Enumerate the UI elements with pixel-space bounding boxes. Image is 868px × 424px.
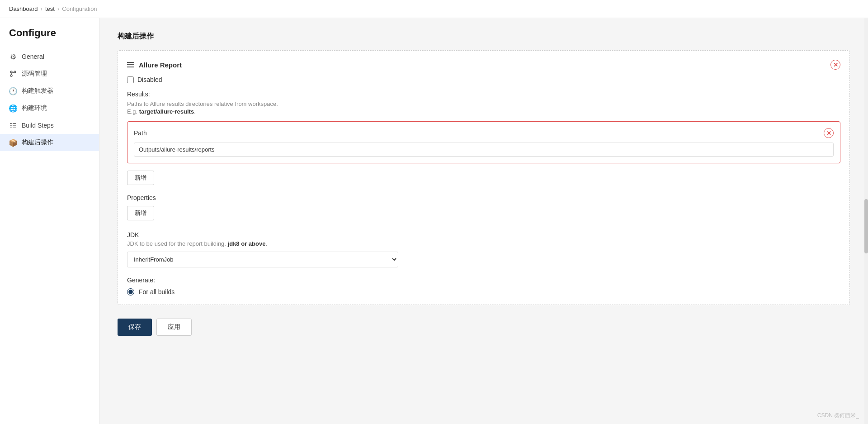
path-input[interactable] — [134, 143, 834, 157]
drag-handle-icon — [127, 62, 134, 67]
svg-point-2 — [10, 75, 12, 76]
scrollbar[interactable] — [864, 18, 868, 424]
svg-rect-6 — [13, 123, 16, 124]
sidebar-item-general[interactable]: ⚙ General — [0, 48, 99, 65]
branch-icon — [9, 70, 17, 78]
properties-label: Properties — [127, 194, 840, 201]
results-hint-eg-bold: target/allure-results — [139, 108, 194, 115]
add-results-button[interactable]: 新增 — [127, 171, 154, 185]
jdk-hint: JDK to be used for the report building. … — [127, 240, 840, 247]
jdk-title: JDK — [127, 231, 840, 238]
main-content: 构建后操作 Allure Report ✕ Disabled Results: … — [99, 18, 868, 424]
remove-path-button[interactable]: ✕ — [824, 128, 834, 138]
allure-report-card: Allure Report ✕ Disabled Results: Paths … — [118, 50, 850, 305]
generate-all-radio[interactable] — [127, 288, 134, 295]
jdk-hint-bold: jdk8 or above — [228, 240, 266, 247]
path-label: Path — [134, 129, 147, 137]
svg-rect-8 — [13, 127, 16, 128]
generate-label: Generate: — [127, 276, 840, 284]
jdk-section: JDK JDK to be used for the report buildi… — [127, 231, 840, 267]
path-section-header: Path ✕ — [134, 128, 834, 138]
disabled-checkbox[interactable] — [127, 76, 134, 83]
sidebar-item-label: 构建触发器 — [22, 87, 53, 95]
sidebar-item-env[interactable]: 🌐 构建环境 — [0, 100, 99, 117]
sidebar-item-post-build[interactable]: 📦 构建后操作 — [0, 134, 99, 151]
jdk-select[interactable]: InheritFromJob — [127, 252, 398, 267]
sidebar-item-label: 构建后操作 — [22, 138, 53, 147]
generate-section: Generate: For all builds — [127, 276, 840, 295]
sidebar-title: Configure — [0, 27, 99, 48]
breadcrumb: Dashboard › test › Configuration — [0, 0, 868, 18]
results-hint-eg: E.g. target/allure-results. — [127, 108, 840, 115]
breadcrumb-test[interactable]: test — [45, 5, 55, 12]
sidebar: Configure ⚙ General 源码管理 🕐 构建触发器 🌐 构建环境 — [0, 18, 99, 424]
breadcrumb-dashboard[interactable]: Dashboard — [9, 5, 38, 12]
remove-card-button[interactable]: ✕ — [830, 60, 840, 70]
sidebar-item-build-steps[interactable]: Build Steps — [0, 117, 99, 134]
svg-rect-3 — [10, 123, 12, 124]
disabled-row: Disabled — [127, 76, 840, 83]
breadcrumb-configuration: Configuration — [62, 5, 97, 12]
footer-buttons: 保存 应用 — [118, 319, 850, 345]
card-header: Allure Report ✕ — [127, 60, 840, 70]
save-button[interactable]: 保存 — [118, 319, 152, 336]
sidebar-item-label: General — [22, 53, 44, 60]
sidebar-item-label: 源码管理 — [22, 70, 47, 78]
svg-rect-4 — [10, 125, 12, 126]
card-title: Allure Report — [139, 61, 182, 69]
generate-all-label: For all builds — [139, 288, 175, 295]
sidebar-item-label: Build Steps — [22, 122, 54, 129]
sidebar-item-label: 构建环境 — [22, 104, 47, 112]
scrollbar-thumb[interactable] — [864, 199, 868, 253]
watermark: CSDN @何西米_ — [817, 412, 859, 419]
gear-icon: ⚙ — [9, 52, 17, 61]
box-icon: 📦 — [9, 138, 17, 147]
add-properties-button[interactable]: 新增 — [127, 206, 154, 220]
results-hint: Paths to Allure results directories rela… — [127, 100, 840, 107]
clock-icon: 🕐 — [9, 87, 17, 95]
sidebar-item-triggers[interactable]: 🕐 构建触发器 — [0, 82, 99, 100]
svg-rect-7 — [13, 125, 16, 126]
list-icon — [9, 121, 17, 129]
results-label: Results: — [127, 91, 840, 98]
sidebar-item-source[interactable]: 源码管理 — [0, 65, 99, 82]
page-title: 构建后操作 — [118, 32, 850, 41]
globe-icon: 🌐 — [9, 104, 17, 112]
apply-button[interactable]: 应用 — [156, 319, 192, 336]
disabled-label: Disabled — [137, 76, 162, 83]
path-section: Path ✕ — [127, 121, 840, 163]
svg-rect-5 — [10, 127, 12, 128]
